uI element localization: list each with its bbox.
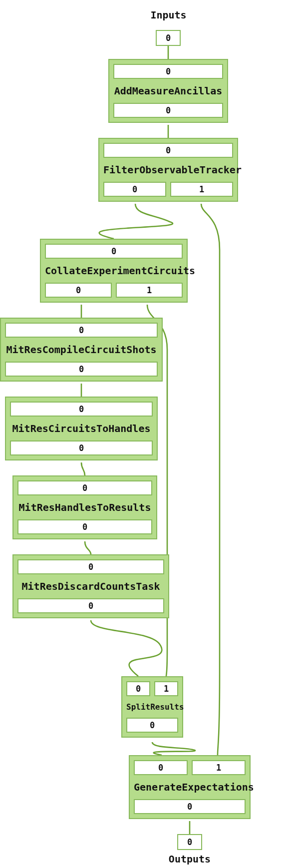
input-port-0: 0 [17, 559, 164, 574]
node-inputs: 0 1 [126, 681, 178, 696]
outputs-port-0: 0 [177, 834, 202, 850]
output-port-0: 0 [134, 799, 246, 814]
node-title: MitResCircuitsToHandles [10, 423, 153, 434]
task-graph: Inputs 0 0 AddMeasureAncillas 0 0 Filter… [0, 0, 285, 868]
node-inputs: 0 1 [134, 760, 246, 775]
node-mitres-handles-to-results[interactable]: 0 MitResHandlesToResults 0 [12, 475, 157, 539]
node-title: MitResCompileCircuitShots [5, 344, 158, 356]
node-inputs: 0 [103, 143, 233, 158]
node-title: MitResDiscardCountsTask [17, 580, 164, 592]
input-port-0: 0 [134, 760, 188, 775]
node-collate-experiment-circuits[interactable]: 0 CollateExperimentCircuits 0 1 [40, 239, 188, 303]
node-inputs: 0 [5, 323, 158, 338]
node-inputs: 0 [17, 559, 164, 574]
output-port-0: 0 [126, 718, 178, 733]
node-outputs: 0 1 [45, 283, 183, 298]
node-mitres-circuits-to-handles[interactable]: 0 MitResCircuitsToHandles 0 [5, 397, 158, 460]
node-add-measure-ancillas[interactable]: 0 AddMeasureAncillas 0 [108, 59, 228, 123]
node-inputs: 0 [45, 244, 183, 259]
node-outputs: 0 [134, 799, 246, 814]
node-outputs: 0 [5, 362, 158, 377]
input-port-0: 0 [103, 143, 233, 158]
output-port-0: 0 [5, 362, 158, 377]
output-port-1: 1 [116, 283, 183, 298]
input-port-0: 0 [17, 480, 152, 495]
input-port-0: 0 [10, 402, 153, 417]
output-port-0: 0 [17, 598, 164, 613]
node-outputs: 0 [113, 103, 223, 118]
output-port-0: 0 [45, 283, 112, 298]
output-port-0: 0 [17, 519, 152, 534]
input-port-0: 0 [113, 64, 223, 79]
node-outputs: 0 [17, 598, 164, 613]
output-port-0: 0 [113, 103, 223, 118]
input-port-0: 0 [45, 244, 183, 259]
node-inputs: 0 [10, 402, 153, 417]
node-inputs: 0 [113, 64, 223, 79]
inputs-label: Inputs [130, 9, 207, 21]
output-port-0: 0 [103, 182, 166, 197]
node-inputs: 0 [17, 480, 152, 495]
outputs-label: Outputs [150, 853, 230, 865]
input-port-0: 0 [126, 681, 150, 696]
node-title: MitResHandlesToResults [17, 501, 152, 513]
node-title: GenerateExpectations [134, 781, 246, 793]
node-title: AddMeasureAncillas [113, 85, 223, 97]
node-title: FilterObservableTracker [103, 164, 233, 176]
node-generate-expectations[interactable]: 0 1 GenerateExpectations 0 [129, 755, 251, 819]
node-filter-observable-tracker[interactable]: 0 FilterObservableTracker 0 1 [98, 138, 238, 202]
output-port-1: 1 [170, 182, 233, 197]
node-outputs: 0 [10, 440, 153, 455]
node-mitres-discard-counts-task[interactable]: 0 MitResDiscardCountsTask 0 [12, 554, 169, 618]
node-title: SplitResults [126, 702, 178, 712]
output-port-0: 0 [10, 440, 153, 455]
input-port-0: 0 [5, 323, 158, 338]
node-title: CollateExperimentCircuits [45, 265, 183, 277]
node-outputs: 0 1 [103, 182, 233, 197]
node-split-results[interactable]: 0 1 SplitResults 0 [121, 676, 183, 738]
input-port-1: 1 [154, 681, 178, 696]
node-outputs: 0 [126, 718, 178, 733]
inputs-port-0: 0 [156, 30, 181, 46]
input-port-1: 1 [192, 760, 246, 775]
node-mitres-compile-circuit-shots[interactable]: 0 MitResCompileCircuitShots 0 [0, 318, 163, 382]
node-outputs: 0 [17, 519, 152, 534]
